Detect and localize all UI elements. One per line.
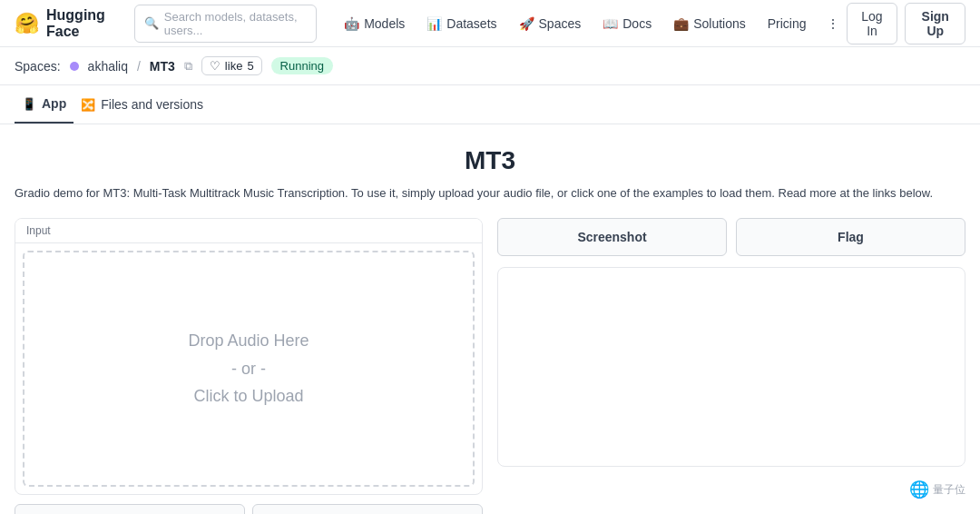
watermark-text: 量子位 [933, 482, 965, 498]
files-icon: 🔀 [81, 98, 95, 112]
logo-text: Hugging Face [46, 7, 120, 40]
status-badge: Running [271, 57, 333, 74]
drop-line2: - or - [188, 355, 309, 383]
spaces-repo[interactable]: MT3 [150, 59, 175, 74]
spaces-label: Spaces: [15, 59, 61, 74]
output-section: Screenshot Flag [497, 218, 965, 514]
spaces-icon: 🚀 [519, 16, 534, 31]
copy-icon[interactable]: ⧉ [184, 59, 192, 74]
app-description: Gradio demo for MT3: Multi-Task Multitra… [15, 186, 965, 200]
gradio-area: Input Drop Audio Here - or - Click to Up… [15, 218, 965, 514]
action-buttons: Clear Submit [15, 504, 483, 514]
input-panel: Input Drop Audio Here - or - Click to Up… [15, 218, 483, 495]
clear-button[interactable]: Clear [15, 504, 245, 514]
spaces-user[interactable]: akhaliq [88, 59, 128, 74]
spaces-label-nav: Spaces [539, 16, 582, 31]
search-bar[interactable]: 🔍 Search models, datasets, users... [134, 5, 317, 43]
nav-docs[interactable]: 📖 Docs [593, 12, 661, 35]
logo-emoji: 🤗 [15, 12, 39, 35]
heart-icon: ♡ [210, 59, 220, 73]
tab-files-label: Files and versions [101, 97, 203, 112]
input-label: Input [15, 219, 482, 243]
tabs: 📱 App 🔀 Files and versions [0, 85, 980, 124]
tab-files[interactable]: 🔀 Files and versions [74, 86, 211, 123]
user-avatar-dot [70, 62, 79, 71]
tab-app-label: App [42, 96, 66, 111]
watermark: 🌐 量子位 [909, 479, 965, 499]
drop-line1: Drop Audio Here [188, 327, 309, 355]
right-buttons: Screenshot Flag [497, 218, 965, 256]
watermark-icon: 🌐 [909, 479, 929, 499]
flag-button[interactable]: Flag [736, 218, 965, 256]
nav-links: 🤖 Models 📊 Datasets 🚀 Spaces 📖 Docs 💼 So… [335, 12, 846, 35]
navbar: 🤗 Hugging Face 🔍 Search models, datasets… [0, 0, 980, 47]
output-panel [497, 267, 965, 467]
signup-button[interactable]: Sign Up [905, 3, 965, 44]
docs-label: Docs [622, 16, 652, 31]
nav-spaces[interactable]: 🚀 Spaces [510, 12, 591, 35]
drop-zone-text: Drop Audio Here - or - Click to Upload [188, 327, 309, 410]
login-button[interactable]: Log In [847, 3, 898, 44]
datasets-label: Datasets [446, 16, 496, 31]
drop-line3: Click to Upload [188, 382, 309, 410]
like-button[interactable]: ♡ like 5 [201, 56, 262, 75]
datasets-icon: 📊 [426, 16, 442, 31]
nav-datasets[interactable]: 📊 Datasets [417, 12, 505, 35]
search-placeholder: Search models, datasets, users... [164, 10, 307, 37]
page-title: MT3 [15, 146, 965, 175]
like-label: like [225, 59, 243, 73]
nav-more[interactable]: ⋮ [819, 12, 847, 35]
models-icon: 🤖 [344, 16, 359, 31]
nav-pricing[interactable]: Pricing [759, 12, 816, 35]
input-section: Input Drop Audio Here - or - Click to Up… [15, 218, 483, 514]
logo[interactable]: 🤗 Hugging Face [15, 7, 120, 40]
submit-button[interactable]: Submit [252, 504, 483, 514]
nav-solutions[interactable]: 💼 Solutions [664, 12, 755, 35]
screenshot-button[interactable]: Screenshot [497, 218, 727, 256]
solutions-icon: 💼 [673, 16, 689, 31]
search-icon: 🔍 [144, 16, 159, 30]
solutions-label: Solutions [693, 16, 746, 31]
nav-models[interactable]: 🤖 Models [335, 12, 414, 35]
spaces-bar: Spaces: akhaliq / MT3 ⧉ ♡ like 5 Running [0, 47, 980, 85]
docs-icon: 📖 [603, 16, 618, 31]
app-icon: 📱 [22, 97, 36, 111]
like-count: 5 [247, 59, 253, 73]
models-label: Models [364, 16, 405, 31]
drop-zone[interactable]: Drop Audio Here - or - Click to Upload [23, 251, 475, 487]
nav-auth: Log In Sign Up [847, 3, 965, 44]
tab-app[interactable]: 📱 App [15, 85, 74, 124]
main-content: MT3 Gradio demo for MT3: Multi-Task Mult… [0, 124, 980, 514]
spaces-sep: / [137, 59, 141, 74]
